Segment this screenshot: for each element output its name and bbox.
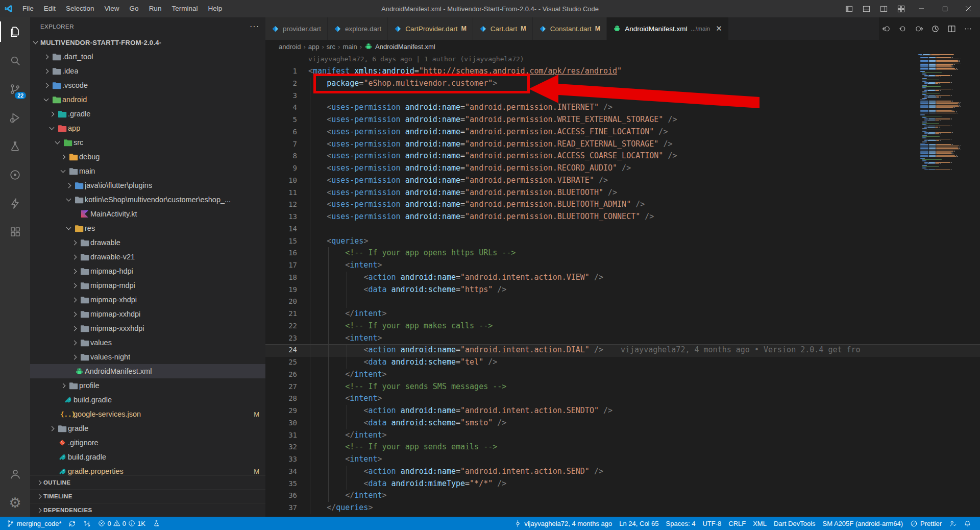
- tree-item-gradle.properties[interactable]: gradle.propertiesM: [30, 464, 265, 475]
- code-line-9[interactable]: 9 <uses-permission android:name="android…: [265, 162, 980, 175]
- crumb-file[interactable]: AndroidManifest.xml: [364, 42, 435, 51]
- maximize-button[interactable]: [933, 0, 957, 17]
- panel-outline[interactable]: OUTLINE: [30, 475, 265, 489]
- code-line-24[interactable]: 24 <action android:name="android.intent.…: [265, 344, 980, 356]
- split-editor-icon[interactable]: [944, 21, 959, 36]
- code-line-31[interactable]: 31 </intent>: [265, 429, 980, 442]
- code-line-8[interactable]: 8 <uses-permission android:name="android…: [265, 150, 980, 162]
- status-device-selector[interactable]: SM A205F (android-arm64): [819, 520, 907, 527]
- menu-selection[interactable]: Selection: [61, 0, 100, 17]
- code-line-7[interactable]: 7 <uses-permission android:name="android…: [265, 138, 980, 151]
- close-tab-icon[interactable]: ✕: [716, 24, 722, 33]
- tree-item-kotlin-eshop-multivendor-customer-eshop-...[interactable]: kotlin\eShop\multivendor\customer\eshop_…: [30, 192, 265, 207]
- crumb-app[interactable]: app: [308, 43, 320, 51]
- tree-item-mainactivity.kt[interactable]: MainActivity.kt: [30, 207, 265, 221]
- tree-item-android[interactable]: android: [30, 92, 265, 107]
- activity-settings-icon[interactable]: ⚙: [0, 488, 30, 517]
- tree-item-src[interactable]: src: [30, 135, 265, 150]
- tree-item-debug[interactable]: debug: [30, 150, 265, 164]
- status-dart-devtools[interactable]: Dart DevTools: [770, 520, 819, 527]
- code-line-29[interactable]: 29 <action android:name="android.intent.…: [265, 405, 980, 417]
- code-area[interactable]: 1<manifest xmlns:android="http://schemas…: [265, 65, 980, 514]
- status-notifications[interactable]: [960, 520, 975, 527]
- tree-item-mipmap-xxxhdpi[interactable]: mipmap-xxxhdpi: [30, 321, 265, 335]
- tree-item-res[interactable]: res: [30, 221, 265, 235]
- code-line-23[interactable]: 23 <intent>: [265, 332, 980, 345]
- tab-explore.dart[interactable]: explore.dart: [328, 17, 388, 40]
- code-line-26[interactable]: 26 </intent>: [265, 369, 980, 381]
- tab-cart.dart[interactable]: Cart.dartM: [473, 17, 533, 40]
- panel-timeline[interactable]: TIMELINE: [30, 489, 265, 503]
- activity-run-and-debug-icon[interactable]: [0, 103, 30, 132]
- code-line-25[interactable]: 25 <data android:scheme="tel" />: [265, 356, 980, 369]
- tree-item-build.gradle[interactable]: build.gradle: [30, 393, 265, 407]
- code-line-20[interactable]: 20: [265, 296, 980, 308]
- tree-item-drawable[interactable]: drawable: [30, 235, 265, 250]
- tree-item-build.gradle[interactable]: build.gradle: [30, 450, 265, 464]
- tree-item-drawable-v21[interactable]: drawable-v21: [30, 250, 265, 264]
- more-actions-icon[interactable]: [961, 21, 975, 36]
- code-line-1[interactable]: 1<manifest xmlns:android="http://schemas…: [265, 65, 980, 78]
- minimap[interactable]: [918, 54, 975, 170]
- tree-item-values-night[interactable]: values-night: [30, 350, 265, 364]
- explorer-actions-button[interactable]: ···: [250, 22, 259, 31]
- code-line-15[interactable]: 15 <queries>: [265, 235, 980, 248]
- status-git-compare[interactable]: [80, 517, 94, 530]
- activity-extensions-icon[interactable]: [0, 218, 30, 246]
- activity-explorer-icon[interactable]: [0, 17, 30, 46]
- tree-item-values[interactable]: values: [30, 335, 265, 350]
- crumb-main[interactable]: main: [342, 43, 357, 51]
- tab-provider.dart[interactable]: provider.dart: [265, 17, 328, 40]
- code-line-4[interactable]: 4 <uses-permission android:name="android…: [265, 102, 980, 114]
- menu-view[interactable]: View: [100, 0, 125, 17]
- activity-search-icon[interactable]: [0, 46, 30, 75]
- tree-item-java-io-flutter-plugins[interactable]: java\io\flutter\plugins: [30, 178, 265, 192]
- customize-layout-icon[interactable]: [892, 0, 910, 17]
- minimize-button[interactable]: [910, 0, 933, 17]
- status-gitlens-blame[interactable]: vijayvaghela72, 4 months ago: [510, 520, 616, 527]
- menu-file[interactable]: File: [17, 0, 39, 17]
- tree-item-mipmap-mdpi[interactable]: mipmap-mdpi: [30, 278, 265, 293]
- tree-item-google-services.json[interactable]: {..}google-services.jsonM: [30, 407, 265, 421]
- editor[interactable]: vijayvaghela72, 6 days ago | 1 author (v…: [265, 53, 980, 517]
- code-line-19[interactable]: 19 <data android:scheme="https" />: [265, 284, 980, 296]
- tab-constant.dart[interactable]: Constant.dartM: [533, 17, 607, 40]
- code-line-33[interactable]: 33 <intent>: [265, 453, 980, 466]
- code-line-5[interactable]: 5 <uses-permission android:name="android…: [265, 114, 980, 126]
- tree-item-mipmap-xhdpi[interactable]: mipmap-xhdpi: [30, 293, 265, 307]
- open-changes-back-icon[interactable]: [879, 21, 893, 36]
- code-line-34[interactable]: 34 <action android:name="android.intent.…: [265, 466, 980, 478]
- menu-help[interactable]: Help: [203, 0, 227, 17]
- code-line-21[interactable]: 21 </intent>: [265, 308, 980, 320]
- code-line-3[interactable]: 3: [265, 90, 980, 102]
- tree-item-mipmap-xxhdpi[interactable]: mipmap-xxhdpi: [30, 307, 265, 321]
- code-line-6[interactable]: 6 <uses-permission android:name="android…: [265, 126, 980, 138]
- code-line-35[interactable]: 35 <data android:mimeType="*/*" />: [265, 478, 980, 490]
- crumb-src[interactable]: src: [327, 43, 335, 51]
- status-eol[interactable]: CRLF: [725, 520, 749, 527]
- activity-thunder-client-icon[interactable]: [0, 189, 30, 218]
- status-git-branch[interactable]: merging_code*: [3, 517, 65, 530]
- code-line-37[interactable]: 37 </queries>: [265, 502, 980, 514]
- tree-item-.idea[interactable]: .idea: [30, 64, 265, 78]
- panel-dependencies[interactable]: DEPENDENCIES: [30, 503, 265, 517]
- menu-terminal[interactable]: Terminal: [166, 0, 203, 17]
- code-line-11[interactable]: 11 <uses-permission android:name="androi…: [265, 187, 980, 199]
- tree-item-androidmanifest.xml[interactable]: AndroidManifest.xml: [30, 364, 265, 378]
- open-changes-forward-icon[interactable]: [912, 21, 926, 36]
- code-line-14[interactable]: 14: [265, 223, 980, 235]
- activity-source-control-icon[interactable]: 22: [0, 75, 30, 103]
- tree-root[interactable]: MULTIVENDOR-STARTT-FROM-2.0.4-: [30, 35, 265, 50]
- status-problems[interactable]: 001K: [94, 517, 149, 530]
- toggle-panel-icon[interactable]: [857, 0, 875, 17]
- code-line-30[interactable]: 30 <data android:scheme="smsto" />: [265, 417, 980, 429]
- code-line-32[interactable]: 32 <!-- If your app sends emails -->: [265, 441, 980, 453]
- tree-item-mipmap-hdpi[interactable]: mipmap-hdpi: [30, 264, 265, 278]
- toggle-secondary-sidebar-icon[interactable]: [875, 0, 892, 17]
- close-window-button[interactable]: [957, 0, 980, 17]
- code-line-13[interactable]: 13 <uses-permission android:name="androi…: [265, 211, 980, 223]
- activity-accounts-icon[interactable]: [0, 460, 30, 488]
- status-sync[interactable]: [65, 517, 80, 530]
- code-line-18[interactable]: 18 <action android:name="android.intent.…: [265, 272, 980, 284]
- status-cursor-position[interactable]: Ln 24, Col 65: [616, 520, 662, 527]
